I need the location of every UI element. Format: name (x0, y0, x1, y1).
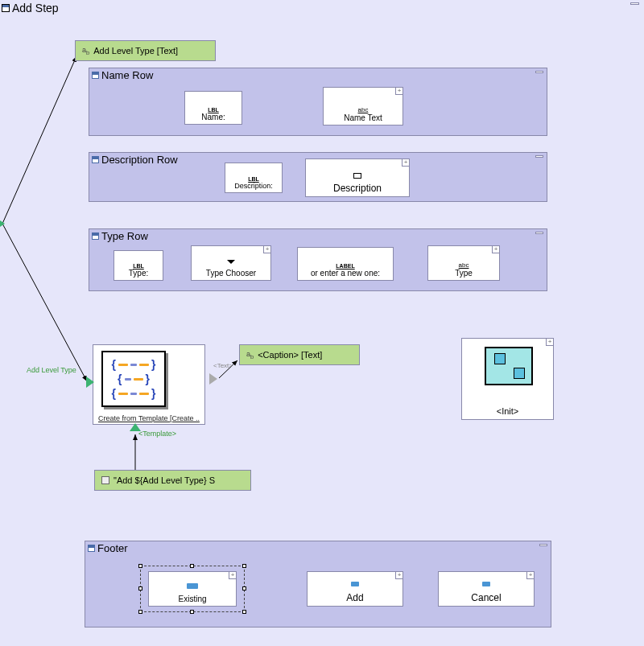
name-text-caption: Name Text (326, 113, 400, 122)
or-enter-caption: or enter a new one: (300, 269, 390, 278)
description-label-widget[interactable]: LBL Description: (225, 163, 283, 193)
init-caption: <Init> (462, 406, 553, 416)
name-row-panel[interactable]: Name Row LBL Name: + abc Name Text (89, 68, 547, 136)
button-icon (482, 582, 490, 586)
svg-line-0 (2, 56, 76, 224)
add-level-type-node[interactable]: ab Add Level Type [Text] (75, 40, 216, 61)
name-row-title: Name Row (101, 69, 153, 81)
init-preview (485, 347, 533, 385)
panel-header: Type Row (89, 229, 547, 243)
button-icon (187, 583, 198, 589)
button-icon (351, 582, 359, 586)
desc-row-title: Description Row (101, 154, 178, 166)
name-label-caption: Name: (188, 113, 239, 121)
lbl-icon: LBL (248, 176, 259, 182)
panel-minimize-icon[interactable] (535, 155, 543, 158)
side-input-port[interactable] (0, 217, 5, 230)
cancel-caption: Cancel (439, 592, 534, 603)
panel-header: Name Row (89, 68, 547, 82)
caption-node-label: <Caption> [Text] (258, 350, 322, 360)
window-icon (2, 4, 10, 12)
template-string-node[interactable]: "Add ${Add Level Type} S (94, 470, 251, 491)
abc-icon: abc (358, 106, 369, 113)
port-template-label: <Template> (138, 430, 176, 438)
text-type-icon: ab (246, 350, 254, 360)
panel-icon (92, 72, 99, 79)
desc-caption: Description (308, 183, 407, 194)
type-chooser-widget[interactable]: + Type Chooser (191, 245, 271, 281)
rect-icon (353, 173, 361, 179)
template-string-label: "Add ${Add Level Type} S (114, 475, 215, 485)
dropdown-icon (227, 260, 235, 264)
minimize-button[interactable] (630, 2, 639, 5)
template-preview: {} {} {} (101, 351, 166, 407)
abc-icon: abc (459, 261, 469, 269)
expand-icon[interactable]: + (546, 339, 553, 346)
add-button-widget[interactable]: + Add (307, 571, 403, 607)
description-text-widget[interactable]: + Description (305, 158, 410, 197)
add-level-type-label: Add Level Type [Text] (93, 46, 178, 56)
footer-panel[interactable]: Footer + Existing + Add + Cancel (85, 541, 551, 627)
existing-caption: Existing (149, 595, 236, 603)
type-text-widget[interactable]: + abc Type (427, 245, 500, 281)
panel-minimize-icon[interactable] (535, 71, 543, 73)
name-text-widget[interactable]: + abc Name Text (323, 87, 403, 125)
port-add-level-type-in[interactable] (86, 376, 94, 388)
type-row-title: Type Row (101, 230, 148, 242)
add-caption: Add (308, 592, 402, 603)
panel-icon (92, 232, 99, 240)
string-icon (101, 476, 109, 484)
lbl-icon: LBL (133, 263, 144, 269)
expand-icon[interactable]: + (402, 159, 409, 167)
caption-node[interactable]: ab <Caption> [Text] (239, 344, 360, 365)
type-label-widget[interactable]: LBL Type: (114, 250, 163, 281)
type-label-caption: Type: (117, 269, 160, 278)
type-chooser-caption: Type Chooser (194, 269, 268, 278)
window-title: Add Step (12, 2, 59, 14)
panel-header: Footer (85, 541, 551, 555)
type-row-panel[interactable]: Type Row LBL Type: + Type Chooser LABEL … (89, 228, 547, 291)
or-enter-widget[interactable]: LABEL or enter a new one: (297, 247, 394, 281)
expand-icon[interactable]: + (526, 572, 534, 579)
name-label-widget[interactable]: LBL Name: (184, 91, 242, 125)
expand-icon[interactable]: + (492, 246, 499, 253)
svg-line-1 (2, 224, 87, 381)
port-add-level-type-label: Add Level Type (27, 366, 76, 374)
expand-icon[interactable]: + (263, 246, 270, 253)
footer-title: Footer (97, 542, 128, 554)
expand-icon[interactable]: + (229, 572, 236, 579)
diagram-canvas[interactable]: Add Step ab Add Level Type [Text] Name R… (0, 0, 644, 646)
type-text-caption: Type (431, 269, 497, 278)
cancel-button-widget[interactable]: + Cancel (438, 571, 535, 607)
panel-icon (88, 545, 95, 552)
existing-button-widget[interactable]: + Existing (148, 571, 237, 607)
expand-icon[interactable]: + (395, 88, 402, 95)
panel-minimize-icon[interactable] (539, 544, 547, 546)
create-from-template-node[interactable]: {} {} {} Create from Template [Create .. (93, 344, 205, 425)
description-row-panel[interactable]: Description Row LBL Description: + Descr… (89, 152, 547, 202)
port-text-label: <Text> (213, 362, 233, 369)
expand-icon[interactable]: + (395, 572, 402, 579)
panel-icon (92, 156, 99, 163)
desc-label-caption: Description: (228, 182, 279, 190)
panel-minimize-icon[interactable] (535, 232, 543, 234)
label-icon: LABEL (336, 263, 354, 269)
port-text-out[interactable] (209, 373, 217, 385)
lbl-icon: LBL (208, 107, 219, 113)
init-node[interactable]: + <Init> (461, 338, 554, 420)
text-type-icon: ab (82, 46, 89, 56)
window-title-bar: Add Step (0, 0, 60, 16)
template-caption: Create from Template [Create .. (95, 414, 203, 422)
